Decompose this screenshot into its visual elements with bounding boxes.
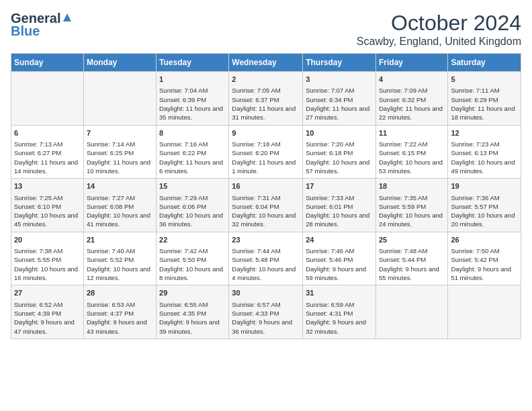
cell-info: Daylight: 10 hours and 45 minutes. — [14, 211, 81, 229]
week-row-4: 20Sunrise: 7:38 AMSunset: 5:55 PMDayligh… — [11, 232, 521, 285]
cell-info: Sunrise: 7:11 AM — [451, 86, 518, 95]
cell-4-2: 21Sunrise: 7:40 AMSunset: 5:52 PMDayligh… — [83, 232, 156, 285]
logo-icon — [62, 12, 73, 23]
page-header: General Blue October 2024 Scawby, Englan… — [11, 11, 521, 48]
cell-info: Sunset: 4:37 PM — [87, 309, 153, 318]
cell-2-4: 9Sunrise: 7:18 AMSunset: 6:20 PMDaylight… — [229, 125, 303, 179]
cell-info: Sunrise: 7:25 AM — [14, 193, 81, 202]
cell-info: Sunset: 6:39 PM — [159, 95, 226, 104]
day-number: 5 — [451, 75, 518, 85]
cell-5-7 — [448, 285, 521, 339]
cell-5-4: 30Sunrise: 6:57 AMSunset: 4:33 PMDayligh… — [229, 285, 303, 339]
cell-info: Sunset: 6:10 PM — [14, 202, 81, 211]
cell-info: Daylight: 9 hours and 36 minutes. — [232, 318, 300, 336]
cell-info: Daylight: 10 hours and 8 minutes. — [159, 265, 226, 283]
day-number: 20 — [14, 235, 81, 245]
cell-2-6: 11Sunrise: 7:22 AMSunset: 6:15 PMDayligh… — [375, 125, 447, 179]
cell-info: Sunrise: 7:35 AM — [379, 193, 445, 202]
cell-info: Sunrise: 7:22 AM — [379, 140, 445, 148]
cell-info: Sunset: 5:59 PM — [379, 202, 445, 211]
cell-info: Sunset: 6:13 PM — [451, 148, 518, 157]
cell-4-7: 26Sunrise: 7:50 AMSunset: 5:42 PMDayligh… — [448, 232, 521, 285]
cell-info: Sunrise: 7:05 AM — [232, 86, 300, 95]
cell-info: Sunset: 5:55 PM — [14, 255, 81, 264]
cell-info: Daylight: 10 hours and 32 minutes. — [232, 211, 300, 229]
cell-4-6: 25Sunrise: 7:48 AMSunset: 5:44 PMDayligh… — [375, 232, 447, 285]
cell-info: Sunrise: 6:53 AM — [87, 300, 153, 309]
cell-4-5: 24Sunrise: 7:46 AMSunset: 5:46 PMDayligh… — [303, 232, 376, 285]
cell-info: Sunset: 5:42 PM — [451, 255, 518, 264]
cell-info: Sunrise: 7:33 AM — [306, 193, 373, 202]
day-number: 28 — [87, 288, 153, 298]
week-row-2: 6Sunrise: 7:13 AMSunset: 6:27 PMDaylight… — [11, 125, 521, 179]
cell-info: Sunrise: 7:16 AM — [159, 140, 226, 148]
cell-info: Daylight: 9 hours and 59 minutes. — [306, 265, 373, 283]
day-number: 9 — [232, 128, 300, 138]
cell-info: Sunrise: 7:50 AM — [451, 246, 518, 255]
day-number: 19 — [451, 181, 518, 191]
cell-info: Sunrise: 6:55 AM — [159, 300, 226, 309]
cell-info: Sunset: 6:37 PM — [232, 95, 300, 104]
cell-5-5: 31Sunrise: 6:59 AMSunset: 4:31 PMDayligh… — [303, 285, 376, 339]
day-number: 27 — [14, 288, 81, 298]
month-title: October 2024 — [357, 11, 521, 36]
week-row-3: 13Sunrise: 7:25 AMSunset: 6:10 PMDayligh… — [11, 179, 521, 232]
cell-info: Sunrise: 7:44 AM — [232, 246, 300, 255]
cell-2-3: 8Sunrise: 7:16 AMSunset: 6:22 PMDaylight… — [157, 125, 229, 179]
day-number: 25 — [379, 235, 445, 245]
cell-info: Sunrise: 7:09 AM — [379, 86, 445, 95]
cell-info: Sunrise: 7:48 AM — [379, 246, 445, 255]
cell-3-7: 19Sunrise: 7:36 AMSunset: 5:57 PMDayligh… — [448, 179, 521, 232]
cell-info: Sunrise: 7:23 AM — [451, 140, 518, 148]
day-header-sunday: Sunday — [11, 54, 84, 72]
cell-info: Sunrise: 7:36 AM — [451, 193, 518, 202]
day-number: 26 — [451, 235, 518, 245]
cell-3-4: 16Sunrise: 7:31 AMSunset: 6:04 PMDayligh… — [229, 179, 303, 232]
logo: General Blue — [11, 11, 73, 39]
cell-info: Sunrise: 6:52 AM — [14, 300, 81, 309]
cell-info: Sunset: 5:52 PM — [87, 255, 153, 264]
day-number: 29 — [159, 288, 226, 298]
cell-info: Sunset: 6:27 PM — [14, 148, 81, 157]
day-number: 12 — [451, 128, 518, 138]
cell-info: Daylight: 10 hours and 20 minutes. — [451, 211, 518, 229]
cell-2-1: 6Sunrise: 7:13 AMSunset: 6:27 PMDaylight… — [11, 125, 84, 179]
cell-info: Sunrise: 7:29 AM — [159, 193, 226, 202]
title-block: October 2024 Scawby, England, United Kin… — [357, 11, 521, 48]
cell-info: Daylight: 9 hours and 51 minutes. — [451, 265, 518, 283]
cell-info: Sunset: 4:33 PM — [232, 309, 300, 318]
cell-info: Sunset: 6:18 PM — [306, 148, 373, 157]
cell-3-3: 15Sunrise: 7:29 AMSunset: 6:06 PMDayligh… — [157, 179, 229, 232]
cell-4-3: 22Sunrise: 7:42 AMSunset: 5:50 PMDayligh… — [157, 232, 229, 285]
day-header-wednesday: Wednesday — [229, 54, 303, 72]
day-number: 8 — [159, 128, 226, 138]
cell-info: Daylight: 10 hours and 53 minutes. — [379, 158, 445, 176]
cell-1-3: 1Sunrise: 7:04 AMSunset: 6:39 PMDaylight… — [157, 72, 229, 126]
cell-info: Sunrise: 7:04 AM — [159, 86, 226, 95]
day-number: 14 — [87, 181, 153, 191]
cell-info: Sunrise: 7:07 AM — [306, 86, 373, 95]
day-header-saturday: Saturday — [448, 54, 521, 72]
cell-info: Daylight: 11 hours and 22 minutes. — [379, 104, 445, 122]
day-header-friday: Friday — [375, 54, 447, 72]
cell-2-7: 12Sunrise: 7:23 AMSunset: 6:13 PMDayligh… — [448, 125, 521, 179]
svg-marker-0 — [63, 13, 71, 21]
cell-info: Daylight: 10 hours and 41 minutes. — [87, 211, 153, 229]
day-number: 2 — [232, 75, 300, 85]
cell-info: Sunset: 4:31 PM — [306, 309, 373, 318]
cell-info: Sunset: 5:44 PM — [379, 255, 445, 264]
week-row-5: 27Sunrise: 6:52 AMSunset: 4:39 PMDayligh… — [11, 285, 521, 339]
cell-info: Daylight: 10 hours and 36 minutes. — [159, 211, 226, 229]
cell-info: Sunrise: 7:27 AM — [87, 193, 153, 202]
cell-info: Sunrise: 7:31 AM — [232, 193, 300, 202]
day-number: 13 — [14, 181, 81, 191]
day-number: 7 — [87, 128, 153, 138]
cell-info: Sunrise: 7:14 AM — [87, 140, 153, 148]
cell-info: Sunset: 6:22 PM — [159, 148, 226, 157]
day-number: 1 — [159, 75, 226, 85]
day-number: 24 — [306, 235, 373, 245]
cell-4-4: 23Sunrise: 7:44 AMSunset: 5:48 PMDayligh… — [229, 232, 303, 285]
cell-info: Sunrise: 7:42 AM — [159, 246, 226, 255]
cell-3-2: 14Sunrise: 7:27 AMSunset: 6:08 PMDayligh… — [83, 179, 156, 232]
cell-1-1 — [11, 72, 84, 126]
